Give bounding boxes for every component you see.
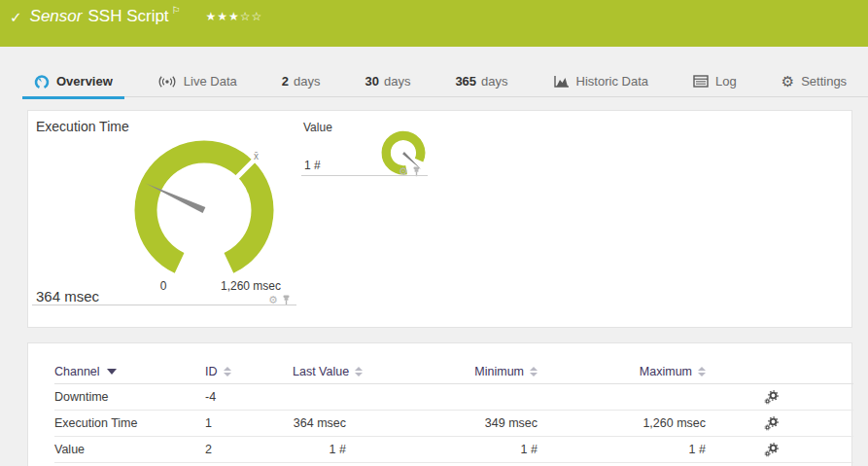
tab-label: Live Data (184, 74, 237, 89)
tab-overview[interactable]: Overview (22, 66, 124, 97)
tab-label: Log (715, 74, 737, 89)
gear-icon: ⚙ (781, 74, 794, 89)
tab-number: 365 (455, 74, 476, 89)
sort-icon (355, 367, 363, 376)
value-current-value: 1 # (304, 159, 321, 172)
sort-icon (224, 367, 231, 376)
flag-icon[interactable]: ⚐ (172, 5, 181, 16)
channel-table: Channel ID Last Value Minimum Maximum (54, 359, 853, 463)
average-marker: x̄ (254, 151, 259, 161)
tab-30-days[interactable]: 30 days (353, 66, 422, 97)
table-row-downtime[interactable]: Downtime -4 (54, 384, 853, 411)
edit-channel-icon[interactable] (764, 443, 779, 457)
channel-id: 2 (205, 443, 293, 456)
gauge-scale-min: 0 (149, 279, 178, 293)
table-header-row: Channel ID Last Value Minimum Maximum (54, 359, 853, 384)
column-header-minimum[interactable]: Minimum (474, 365, 538, 378)
sensor-type-label: Sensor (30, 7, 83, 26)
tab-365-days[interactable]: 365 days (443, 66, 519, 97)
last-value: 1 # (293, 443, 346, 456)
sort-icon (530, 367, 538, 376)
edit-channel-icon[interactable] (764, 390, 779, 405)
tab-bar: Overview Live Data 2 days 30 days 365 da… (22, 66, 868, 97)
channel-name: Value (54, 443, 205, 456)
minimum-value: 1 # (346, 443, 538, 456)
table-row-execution-time[interactable]: Execution Time 1 364 msec 349 msec 1,260… (54, 411, 853, 437)
channel-name: Execution Time (54, 416, 205, 430)
tab-number: 2 (282, 74, 289, 89)
tab-live-data[interactable]: Live Data (146, 66, 249, 97)
tab-label: days (481, 74, 507, 89)
gauge-footer-rule (301, 175, 428, 176)
last-value: 364 msec (293, 416, 346, 430)
channel-table-panel: Channel ID Last Value Minimum Maximum (27, 342, 852, 466)
tab-settings[interactable]: ⚙ Settings (770, 66, 858, 97)
edit-channel-icon[interactable] (764, 416, 779, 431)
execution-time-current-value: 364 msec (36, 288, 99, 305)
tab-log[interactable]: Log (681, 66, 748, 97)
tab-2-days[interactable]: 2 days (270, 66, 332, 97)
tab-label: days (294, 74, 320, 89)
tab-label: days (384, 74, 410, 89)
tab-number: 30 (365, 74, 378, 89)
broadcast-icon (157, 75, 177, 89)
column-header-last-value[interactable]: Last Value (293, 365, 346, 378)
maximum-value: 1 # (538, 443, 706, 456)
column-header-channel[interactable]: Channel (54, 365, 205, 378)
gauge-icon (34, 74, 50, 90)
channel-name: Downtime (54, 390, 205, 404)
sort-icon (698, 367, 706, 376)
channel-id: 1 (205, 416, 293, 430)
table-row-value[interactable]: Value 2 1 # 1 # 1 # (54, 437, 853, 463)
tab-label: Overview (56, 74, 113, 89)
gauges-panel: Execution Time x̄ 0 1,260 msec 364 msec … (27, 110, 852, 328)
gauge-scale-max: 1,260 msec (203, 279, 281, 293)
maximum-value: 1,260 msec (538, 416, 706, 430)
channel-id: -4 (205, 390, 293, 404)
sensor-header: ✓ Sensor SSH Script ⚐ ★★★☆☆ (0, 0, 868, 47)
status-check-icon: ✓ (10, 9, 22, 26)
priority-stars[interactable]: ★★★☆☆ (206, 10, 263, 23)
gauge-title-value: Value (303, 121, 332, 134)
minimum-value: 349 msec (346, 416, 538, 430)
execution-time-gauge: x̄ (112, 123, 296, 288)
tab-label: Historic Data (576, 74, 648, 89)
gauge-footer-rule (32, 305, 296, 305)
tab-historic-data[interactable]: Historic Data (541, 66, 660, 97)
tab-label: Settings (801, 74, 847, 89)
log-list-icon (693, 75, 709, 88)
column-header-id[interactable]: ID (205, 365, 293, 378)
column-header-maximum[interactable]: Maximum (640, 365, 706, 378)
sensor-title: SSH Script (87, 7, 168, 26)
area-chart-icon (553, 75, 570, 89)
sort-desc-icon (107, 369, 117, 375)
